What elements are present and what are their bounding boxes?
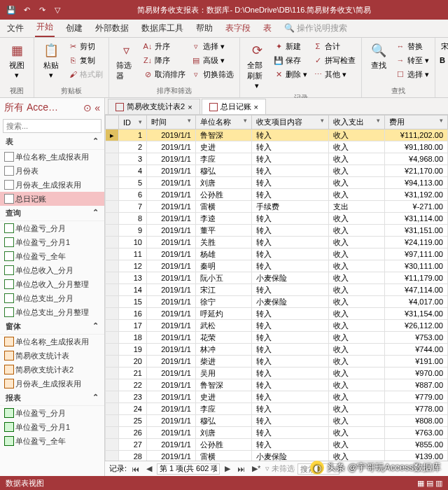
cell-time[interactable]: 2019/1/1 xyxy=(147,439,196,451)
cell-unit[interactable]: 花荣 xyxy=(196,332,252,344)
cell-unit[interactable]: 史进 xyxy=(196,141,252,153)
cut-button[interactable]: ✂剪切 xyxy=(66,39,104,53)
cell-time[interactable]: 2019/1/1 xyxy=(147,225,196,237)
tab-create[interactable]: 创建 xyxy=(64,20,84,37)
cell-time[interactable]: 2019/1/1 xyxy=(147,427,196,439)
nav-item[interactable]: 简易收支统计表2 xyxy=(0,363,104,377)
cell-fee[interactable]: ¥111,202.00 xyxy=(385,130,448,141)
cell-unit[interactable]: 秦明 xyxy=(196,260,252,272)
row-selector[interactable] xyxy=(106,356,119,368)
new-record-button[interactable]: ✦新建 xyxy=(272,39,309,53)
row-selector[interactable] xyxy=(106,308,119,320)
section-forms[interactable]: 窗体⌃ xyxy=(0,319,104,335)
table-row[interactable]: 15 2019/1/1 徐宁 小麦保险 收入 ¥4,017.00 xyxy=(106,296,448,308)
nav-header[interactable]: 所有 Acce… ⊙ « xyxy=(0,98,104,118)
table-row[interactable]: 7 2019/1/1 雷横 手续费 支出 ¥-271.00 xyxy=(106,201,448,213)
row-selector[interactable] xyxy=(106,165,119,177)
cell-time[interactable]: 2019/1/1 xyxy=(147,368,196,379)
table-row[interactable]: 13 2019/1/1 阮小五 小麦保险 收入 ¥11,179.00 xyxy=(106,272,448,284)
tab-help[interactable]: 帮助 xyxy=(195,20,214,37)
table-row[interactable]: 4 2019/1/1 穆弘 转入 收入 ¥21,170.00 xyxy=(106,165,448,177)
cell-time[interactable]: 2019/1/1 xyxy=(147,284,196,296)
row-selector[interactable] xyxy=(106,403,119,415)
col-fee[interactable]: 费用▾ xyxy=(385,115,448,130)
cell-time[interactable]: 2019/1/1 xyxy=(147,248,196,260)
row-selector[interactable] xyxy=(106,272,119,284)
cell-item[interactable]: 转入 xyxy=(252,177,328,189)
cell-io[interactable]: 收入 xyxy=(328,379,385,391)
section-tables[interactable]: 表⌃ xyxy=(0,134,104,150)
cell-unit[interactable]: 呼延灼 xyxy=(196,308,252,320)
tab-table[interactable]: 表 xyxy=(262,20,273,37)
cell-time[interactable]: 2019/1/1 xyxy=(147,141,196,153)
cell-id[interactable]: 5 xyxy=(119,177,147,189)
row-selector[interactable] xyxy=(106,213,119,225)
save-icon[interactable]: 💾 xyxy=(4,3,18,17)
row-selector[interactable] xyxy=(106,141,119,153)
cell-item[interactable]: 转入 xyxy=(252,344,328,356)
nav-item[interactable]: 月份表_生成报表用 xyxy=(0,377,104,391)
cell-item[interactable]: 转入 xyxy=(252,368,328,379)
advanced-button[interactable]: ▤高级▾ xyxy=(190,53,235,67)
save-record-button[interactable]: 💾保存 xyxy=(272,53,309,67)
find-button[interactable]: 🔍 查找 xyxy=(366,39,391,72)
cell-item[interactable]: 转入 xyxy=(252,403,328,415)
row-selector[interactable]: ▸ xyxy=(106,130,119,141)
row-selector[interactable] xyxy=(106,320,119,332)
table-row[interactable]: 16 2019/1/1 呼延灼 转入 收入 ¥31,154.00 xyxy=(106,308,448,320)
cell-time[interactable]: 2019/1/1 xyxy=(147,344,196,356)
cell-io[interactable]: 收入 xyxy=(328,165,385,177)
cell-item[interactable]: 转入 xyxy=(252,189,328,201)
cell-unit[interactable]: 徐宁 xyxy=(196,296,252,308)
cell-unit[interactable]: 宋江 xyxy=(196,284,252,296)
cell-fee[interactable]: ¥779.00 xyxy=(385,391,448,403)
cell-id[interactable]: 13 xyxy=(119,272,147,284)
cell-io[interactable]: 收入 xyxy=(328,225,385,237)
tab-fields[interactable]: 表字段 xyxy=(224,20,252,37)
cell-id[interactable]: 7 xyxy=(119,201,147,213)
cell-io[interactable]: 收入 xyxy=(328,130,385,141)
table-row[interactable]: 8 2019/1/1 李逵 转入 收入 ¥31,114.00 xyxy=(106,213,448,225)
cell-id[interactable]: 20 xyxy=(119,356,147,368)
cell-item[interactable]: 转入 xyxy=(252,320,328,332)
cell-item[interactable]: 转入 xyxy=(252,237,328,248)
cell-id[interactable]: 25 xyxy=(119,415,147,427)
nav-item[interactable]: 月份表 xyxy=(0,164,104,178)
cell-io[interactable]: 收入 xyxy=(328,141,385,153)
table-row[interactable]: 25 2019/1/1 穆弘 转入 收入 ¥808.00 xyxy=(106,415,448,427)
cell-unit[interactable]: 刘唐 xyxy=(196,427,252,439)
cell-item[interactable]: 小麦保险 xyxy=(252,451,328,461)
cell-io[interactable]: 收入 xyxy=(328,189,385,201)
cell-time[interactable]: 2019/1/1 xyxy=(147,189,196,201)
section-queries[interactable]: 查询⌃ xyxy=(0,206,104,221)
cell-id[interactable]: 4 xyxy=(119,165,147,177)
cell-time[interactable]: 2019/1/1 xyxy=(147,356,196,368)
cell-unit[interactable]: 李应 xyxy=(196,403,252,415)
table-row[interactable]: ▸ 1 2019/1/1 鲁智深 转入 收入 ¥111,202.00 xyxy=(106,130,448,141)
record-search-input[interactable] xyxy=(298,463,340,475)
cell-id[interactable]: 16 xyxy=(119,308,147,320)
bold-button[interactable]: B xyxy=(440,56,445,64)
nav-search-input[interactable] xyxy=(3,119,102,133)
cell-io[interactable]: 收入 xyxy=(328,260,385,272)
cell-io[interactable]: 收入 xyxy=(328,427,385,439)
select-button[interactable]: ☐选择▾ xyxy=(394,67,430,81)
delete-record-button[interactable]: ✕删除▾ xyxy=(272,67,309,81)
chevron-down-icon[interactable]: ⊙ « xyxy=(83,102,100,113)
cell-unit[interactable]: 雷横 xyxy=(196,451,252,461)
cell-id[interactable]: 18 xyxy=(119,332,147,344)
tab-home[interactable]: 开始 xyxy=(35,18,55,37)
table-row[interactable]: 14 2019/1/1 宋江 转入 收入 ¥47,114.00 xyxy=(106,284,448,296)
col-item[interactable]: 收支项目内容▾ xyxy=(252,115,328,130)
table-row[interactable]: 22 2019/1/1 鲁智深 转入 收入 ¥887.00 xyxy=(106,379,448,391)
table-row[interactable]: 12 2019/1/1 秦明 转入 收入 ¥30,111.00 xyxy=(106,260,448,272)
table-row[interactable]: 9 2019/1/1 董平 转入 收入 ¥31,151.00 xyxy=(106,225,448,237)
close-icon[interactable]: × xyxy=(188,103,192,111)
cell-id[interactable]: 26 xyxy=(119,427,147,439)
prev-record-button[interactable]: ◀ xyxy=(144,464,154,473)
cell-id[interactable]: 3 xyxy=(119,153,147,165)
redo-icon[interactable]: ↷ xyxy=(35,3,49,17)
cell-io[interactable]: 收入 xyxy=(328,153,385,165)
cell-time[interactable]: 2019/1/1 xyxy=(147,451,196,461)
row-selector[interactable] xyxy=(106,415,119,427)
